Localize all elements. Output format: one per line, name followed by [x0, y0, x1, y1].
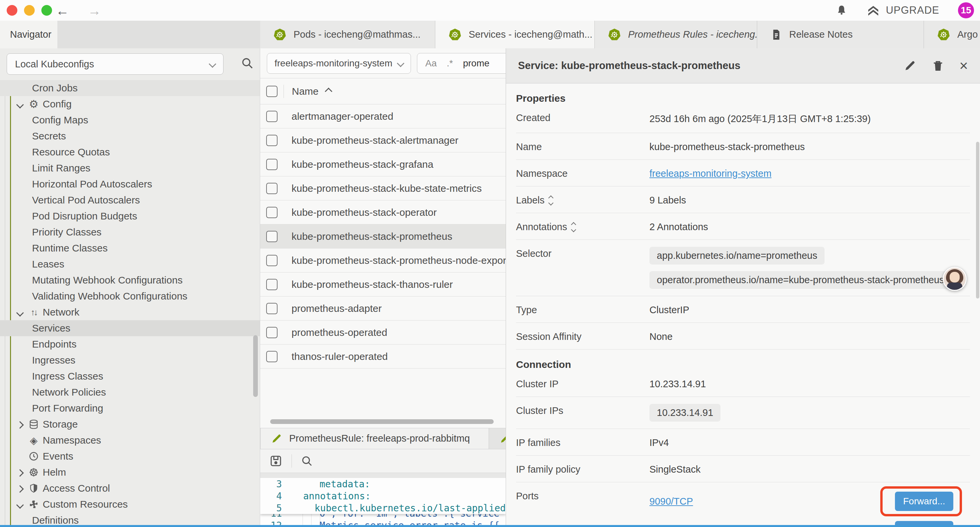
chevron-down-icon[interactable]: [16, 309, 24, 317]
regex-toggle[interactable]: .*: [447, 58, 453, 69]
sidebar-item-config[interactable]: ⚙Config: [0, 96, 260, 112]
row-checkbox[interactable]: [266, 207, 277, 218]
sidebar-scrollbar-thumb[interactable]: [253, 335, 258, 397]
sidebar-item-storage[interactable]: Storage: [0, 416, 260, 432]
forward-button[interactable]: Forward...: [895, 492, 953, 511]
table-row-thanos-ruler-operated[interactable]: thanos-ruler-operated: [260, 345, 506, 369]
notification-count-badge[interactable]: 15: [958, 2, 974, 18]
sidebar-item-events[interactable]: Events: [0, 448, 260, 464]
table-row-alertmanager-operated[interactable]: alertmanager-operated: [260, 104, 506, 128]
sidebar-item-leases[interactable]: Leases: [0, 256, 260, 272]
port-link-9090-tcp[interactable]: 9090/TCP: [649, 496, 693, 507]
sidebar-item-helm[interactable]: Helm: [0, 464, 260, 480]
upgrade-button[interactable]: UPGRADE: [867, 4, 939, 17]
sidebar-item-pod-disruption-budgets[interactable]: Pod Disruption Budgets: [0, 208, 260, 224]
table-row-prometheus-operated[interactable]: prometheus-operated: [260, 320, 506, 345]
sidebar-item-services[interactable]: Services: [0, 320, 260, 336]
sidebar-item-priority-classes[interactable]: Priority Classes: [0, 224, 260, 240]
horizontal-scrollbar-thumb[interactable]: [270, 419, 494, 424]
detail-label: Namespace: [516, 167, 649, 179]
editor-tab-prometheusrule-freeleaps-prod-rabbitmq[interactable]: PrometheusRule: freeleaps-prod-rabbitmq: [260, 428, 489, 449]
edit-pencil-icon[interactable]: [903, 59, 916, 72]
row-checkbox[interactable]: [266, 351, 277, 362]
sidebar-item-custom-resources[interactable]: Custom Resources: [0, 496, 260, 512]
table-row-kube-prometheus-stack-operator[interactable]: kube-prometheus-stack-operator: [260, 201, 506, 224]
sidebar-item-cron-jobs[interactable]: Cron Jobs: [0, 80, 260, 96]
chevron-right-icon[interactable]: [16, 421, 24, 429]
sidebar-item-ingress-classes[interactable]: Ingress Classes: [0, 368, 260, 384]
namespace-link[interactable]: freeleaps-monitoring-system: [649, 168, 772, 179]
assistant-avatar[interactable]: [943, 267, 967, 291]
navigator-panel-tab[interactable]: Navigator: [0, 21, 57, 48]
sidebar-item-label: Pod Disruption Budgets: [0, 210, 137, 222]
row-checkbox[interactable]: [266, 231, 277, 242]
close-icon[interactable]: ×: [959, 58, 968, 73]
sidebar-item-access-control[interactable]: Access Control: [0, 480, 260, 496]
traffic-light-maximize[interactable]: [41, 5, 52, 16]
sidebar-item-vertical-pod-autoscalers[interactable]: Vertical Pod Autoscalers: [0, 192, 260, 208]
traffic-light-close[interactable]: [7, 5, 18, 16]
select-all-checkbox[interactable]: [266, 86, 277, 97]
table-row-kube-prometheus-stack-prometheus-node-expor[interactable]: kube-prometheus-stack-prometheus-node-ex…: [260, 248, 506, 272]
sidebar-item-validating-webhook-configurations[interactable]: Validating Webhook Configurations: [0, 288, 260, 304]
sidebar-item-horizontal-pod-autoscalers[interactable]: Horizontal Pod Autoscalers: [0, 176, 260, 192]
bell-icon[interactable]: [835, 4, 848, 17]
delete-trash-icon[interactable]: [931, 59, 945, 72]
row-checkbox[interactable]: [266, 135, 277, 146]
table-row-kube-prometheus-stack-thanos-ruler[interactable]: kube-prometheus-stack-thanos-ruler: [260, 272, 506, 296]
tab-release-notes[interactable]: Release Notes: [757, 21, 924, 48]
row-checkbox[interactable]: [266, 327, 277, 338]
sidebar-item-network-policies[interactable]: Network Policies: [0, 384, 260, 400]
sidebar-item-ingresses[interactable]: Ingresses: [0, 352, 260, 368]
row-checkbox[interactable]: [266, 111, 277, 122]
row-checkbox[interactable]: [266, 279, 277, 290]
detail-label: Session Affinity: [516, 330, 649, 342]
kubeconfig-select[interactable]: Local Kubeconfigs: [7, 53, 223, 75]
chevron-down-icon[interactable]: [16, 101, 24, 109]
row-checkbox[interactable]: [266, 159, 277, 170]
sidebar-item-runtime-classes[interactable]: Runtime Classes: [0, 240, 260, 256]
sidebar-search-icon[interactable]: [240, 56, 254, 70]
chevron-right-icon[interactable]: [16, 485, 24, 493]
row-checkbox[interactable]: [266, 303, 277, 314]
tab-argo-se[interactable]: Argo Se: [924, 21, 980, 48]
chevron-down-icon[interactable]: [16, 502, 24, 509]
sort-ascending-icon[interactable]: [325, 88, 332, 95]
match-case-toggle[interactable]: Aa: [425, 58, 437, 69]
sidebar-item-network[interactable]: ↑↓Network: [0, 304, 260, 320]
table-row-kube-prometheus-stack-grafana[interactable]: kube-prometheus-stack-grafana: [260, 153, 506, 177]
table-row-kube-prometheus-stack-kube-state-metrics[interactable]: kube-prometheus-stack-kube-state-metrics: [260, 177, 506, 201]
traffic-light-minimize[interactable]: [24, 5, 35, 16]
sidebar-item-config-maps[interactable]: Config Maps: [0, 112, 260, 128]
name-column-header[interactable]: Name: [292, 86, 318, 97]
editor-search-icon[interactable]: [301, 455, 313, 467]
list-search-input[interactable]: Aa .* prome: [417, 53, 506, 74]
sidebar-item-limit-ranges[interactable]: Limit Ranges: [0, 160, 260, 176]
sidebar-item-port-forwarding[interactable]: Port Forwarding: [0, 400, 260, 416]
sidebar-item-mutating-webhook-configurations[interactable]: Mutating Webhook Configurations: [0, 272, 260, 288]
detail-scrollbar-thumb[interactable]: [976, 142, 979, 299]
tab-prometheus-rules-icecheng[interactable]: Prometheus Rules - icecheng...: [595, 21, 757, 48]
row-checkbox[interactable]: [266, 255, 277, 266]
back-arrow-icon[interactable]: ←: [55, 3, 70, 18]
editor-tab-c[interactable]: C: [489, 428, 506, 449]
save-icon[interactable]: [269, 454, 283, 468]
expand-updown-icon[interactable]: [572, 223, 575, 231]
expand-updown-icon[interactable]: [549, 196, 553, 205]
tab-pods-icecheng-mathmas[interactable]: Pods - icecheng@mathmas...: [260, 21, 435, 48]
upgrade-label: UPGRADE: [886, 4, 939, 16]
namespace-select[interactable]: freeleaps-monitoring-system: [267, 53, 411, 74]
sidebar-item-namespaces[interactable]: ◈Namespaces: [0, 432, 260, 448]
chevron-right-icon[interactable]: [16, 469, 24, 477]
kubernetes-icon: [608, 28, 621, 42]
forward-arrow-icon[interactable]: →: [87, 3, 102, 18]
table-row-prometheus-adapter[interactable]: prometheus-adapter: [260, 296, 506, 320]
table-row-kube-prometheus-stack-alertmanager[interactable]: kube-prometheus-stack-alertmanager: [260, 128, 506, 153]
row-checkbox[interactable]: [266, 183, 277, 194]
yaml-editor[interactable]: 110", for: "1m", labels :{ service :12Me…: [260, 478, 506, 527]
sidebar-item-secrets[interactable]: Secrets: [0, 128, 260, 144]
sidebar-item-endpoints[interactable]: Endpoints: [0, 336, 260, 352]
table-row-kube-prometheus-stack-prometheus[interactable]: kube-prometheus-stack-prometheus: [260, 224, 506, 248]
tab-services-icecheng-math[interactable]: Services - icecheng@math...×: [435, 21, 595, 48]
sidebar-item-resource-quotas[interactable]: Resource Quotas: [0, 144, 260, 160]
